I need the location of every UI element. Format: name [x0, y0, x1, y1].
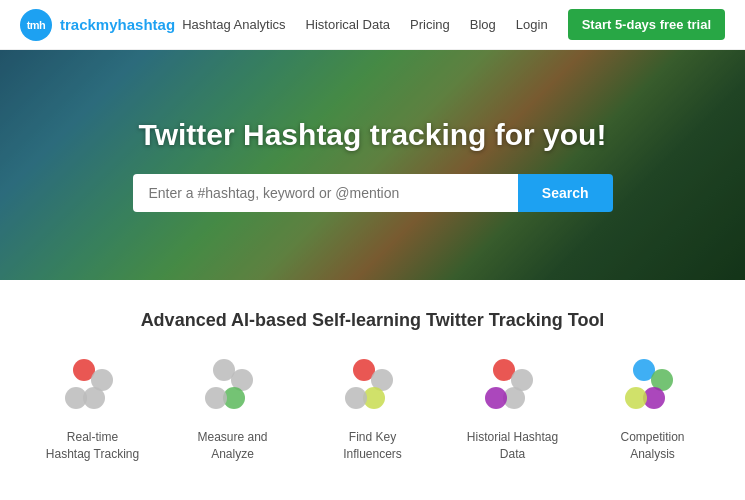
feature-measure: Measure andAnalyze	[163, 359, 303, 463]
historical-petal-group	[483, 359, 543, 419]
feature-measure-label: Measure andAnalyze	[197, 429, 267, 463]
hero-title: Twitter Hashtag tracking for you!	[0, 118, 745, 152]
feature-historical-icon	[483, 359, 543, 419]
hero-section: Twitter Hashtag tracking for you! Search	[0, 50, 745, 280]
search-input[interactable]	[133, 174, 518, 212]
features-title: Advanced AI-based Self-learning Twitter …	[20, 310, 725, 331]
feature-influencers: Find KeyInfluencers	[303, 359, 443, 463]
logo-badge: tmh	[20, 9, 52, 41]
feature-influencers-label: Find KeyInfluencers	[343, 429, 402, 463]
logo-hashtag: hashtag	[118, 16, 176, 33]
nav-pricing[interactable]: Pricing	[410, 17, 450, 32]
realtime-dot-4	[65, 387, 87, 409]
navbar: tmh trackmyhashtag Hashtag Analytics His…	[0, 0, 745, 50]
measure-dot-4	[205, 387, 227, 409]
historical-dot-4	[485, 387, 507, 409]
realtime-petal-group	[63, 359, 123, 419]
cta-trial-button[interactable]: Start 5-days free trial	[568, 9, 725, 40]
logo-text: trackmyhashtag	[60, 16, 175, 33]
nav-historical-data[interactable]: Historical Data	[306, 17, 391, 32]
feature-historical-label: Historial HashtagData	[467, 429, 558, 463]
feature-realtime-label: Real-timeHashtag Tracking	[46, 429, 139, 463]
feature-realtime-icon	[63, 359, 123, 419]
nav-links: Hashtag Analytics Historical Data Pricin…	[182, 9, 725, 40]
feature-competition-icon	[623, 359, 683, 419]
search-bar: Search	[133, 174, 613, 212]
influencers-dot-4	[345, 387, 367, 409]
nav-blog[interactable]: Blog	[470, 17, 496, 32]
logo-track: track	[60, 16, 96, 33]
logo[interactable]: tmh trackmyhashtag	[20, 9, 175, 41]
competition-dot-4	[625, 387, 647, 409]
nav-login[interactable]: Login	[516, 17, 548, 32]
competition-petal-group	[623, 359, 683, 419]
influencers-petal-group	[343, 359, 403, 419]
feature-influencers-icon	[343, 359, 403, 419]
feature-competition-label: CompetitionAnalysis	[620, 429, 684, 463]
feature-realtime: Real-timeHashtag Tracking	[23, 359, 163, 463]
hero-content: Twitter Hashtag tracking for you! Search	[0, 118, 745, 212]
feature-competition: CompetitionAnalysis	[583, 359, 723, 463]
feature-measure-icon	[203, 359, 263, 419]
logo-my: my	[96, 16, 118, 33]
features-section: Advanced AI-based Self-learning Twitter …	[0, 280, 745, 483]
nav-hashtag-analytics[interactable]: Hashtag Analytics	[182, 17, 285, 32]
search-button[interactable]: Search	[518, 174, 613, 212]
measure-petal-group	[203, 359, 263, 419]
features-grid: Real-timeHashtag Tracking Measure andAna…	[20, 359, 725, 463]
feature-historical: Historial HashtagData	[443, 359, 583, 463]
